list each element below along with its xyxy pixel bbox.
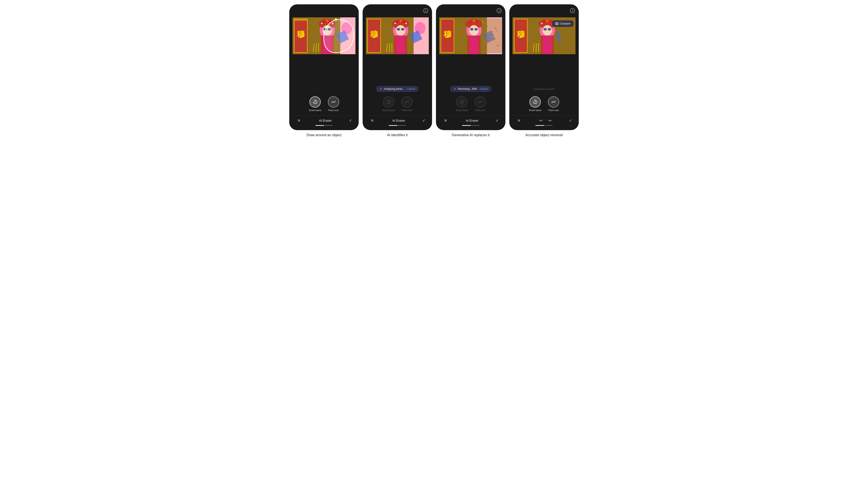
undo-icon-4[interactable]: ↩ [538,118,544,123]
svg-point-57 [470,28,473,31]
svg-rect-22 [294,19,307,21]
sparkle-icon-3: ✦ [454,87,456,91]
svg-point-35 [405,23,407,24]
progress-fill-3 [462,125,471,126]
svg-point-10 [321,23,322,24]
svg-text:穆: 穆 [443,30,452,39]
tool-buttons-4: Smart lasso Paint over [529,96,559,111]
progress-bar-2 [389,125,406,126]
svg-point-66 [489,32,490,33]
smart-lasso-btn-2[interactable]: Smart lasso [382,96,395,111]
caption-4: Accurate object removal [525,133,563,137]
svg-point-24 [315,101,315,102]
svg-text:穆: 穆 [517,30,525,39]
phone-col-2: i 穆 [363,4,432,137]
smart-lasso-btn-3[interactable]: Smart lasso [456,96,468,111]
smart-lasso-icon-4 [529,96,541,107]
status-pill-3: ✦ Removing...40% Cancel [450,86,491,92]
svg-rect-90 [543,36,552,54]
smart-lasso-icon-1 [309,96,321,107]
controls-area-3: ✦ Removing...40% Cancel [436,83,505,126]
progress-bar-3 [462,125,479,126]
progress-bar-4 [535,125,553,126]
svg-point-34 [395,23,396,24]
paint-over-label-1: Paint over [328,109,339,111]
info-icon-3[interactable]: i [497,8,501,13]
paint-over-icon-3 [474,96,486,107]
svg-point-84 [541,23,542,24]
phone-col-4: i 穆 [509,4,579,137]
generated-text-4: Generated by AndesGPT [533,88,555,90]
smart-lasso-label-3: Smart lasso [456,109,468,111]
status-pill-2: ✦ Analyzing photo... Cancel [376,86,419,92]
paint-over-btn-4[interactable]: Paint over [548,96,559,111]
check-icon-2[interactable]: ✓ [422,118,426,123]
check-icon-4[interactable]: ✓ [569,118,572,123]
check-icon-3[interactable]: ✓ [496,118,499,123]
phone-frame-4: i 穆 [509,4,579,130]
caption-1: Draw around an object [307,133,342,137]
close-icon-4[interactable]: ✕ [516,118,522,123]
info-icon-2[interactable]: i [423,8,428,13]
svg-rect-62 [482,19,502,53]
svg-point-55 [476,21,478,23]
phone-frame-3: i 穆 [436,4,505,130]
close-icon-1[interactable]: ✕ [296,118,302,123]
info-icon-4[interactable]: i [570,8,575,13]
svg-point-12 [322,25,332,36]
status-text-2: Analyzing photo... [384,88,404,91]
svg-point-11 [332,23,333,24]
redo-icon-4[interactable]: ↪ [547,118,553,123]
svg-point-88 [548,28,551,31]
photo-image-3: 穆 [438,18,503,54]
photo-area-2: 穆 [365,18,430,54]
svg-point-69 [497,45,499,46]
svg-rect-40 [396,36,405,54]
photo-area-4: 穆 [512,18,577,54]
svg-point-58 [474,28,478,31]
paint-over-icon-2 [401,96,412,107]
paint-over-btn-1[interactable]: Paint over [328,96,339,111]
close-icon-3[interactable]: ✕ [442,118,448,123]
controls-area-1: Smart lasso Paint over ✕ [289,92,359,126]
svg-point-36 [396,25,405,36]
tool-buttons-3: Smart lasso Paint over [456,96,486,111]
svg-point-81 [543,21,545,23]
close-icon-2[interactable]: ✕ [369,118,375,123]
phone-frame-1: 穆 [289,4,359,130]
compare-icon-4 [555,22,559,25]
tool-buttons-1: Smart lasso Paint over [309,96,339,111]
svg-point-8 [326,20,328,22]
svg-point-32 [400,20,402,22]
check-icon-1[interactable]: ✓ [349,118,352,123]
phone-frame-2: i 穆 [363,4,432,130]
cancel-btn-2[interactable]: Cancel [407,88,415,91]
paint-over-label-2: Paint over [401,109,412,111]
paint-over-btn-2[interactable]: Paint over [401,96,412,111]
svg-point-87 [544,28,547,31]
progress-bar-1 [315,125,333,126]
svg-point-67 [493,36,494,37]
smart-lasso-btn-1[interactable]: Smart lasso [309,96,321,111]
phone-col-1: 穆 [289,4,359,137]
progress-fill-4 [535,125,544,126]
tool-buttons-2: Smart lasso Paint over [382,96,412,111]
svg-point-63 [486,25,488,27]
bottom-bar-4: ✕ ↩ ↪ ✓ [512,116,577,124]
svg-point-38 [401,28,404,31]
svg-rect-16 [323,36,332,54]
svg-point-64 [491,22,492,23]
cancel-btn-3[interactable]: Cancel [479,88,488,91]
compare-btn-4[interactable]: Compare [552,21,574,27]
controls-area-4: Generated by AndesGPT Smart lasso [509,86,579,126]
controls-area-2: ✦ Analyzing photo... Cancel [363,83,432,126]
paint-over-btn-3[interactable]: Paint over [474,96,486,111]
ai-eraser-title-1: AI Eraser [302,119,349,122]
svg-rect-101 [555,23,557,25]
photo-image-2: 穆 [365,18,430,54]
smart-lasso-btn-4[interactable]: Smart lasso [529,96,541,111]
photo-area-1: 穆 [291,18,356,54]
paint-over-icon-4 [548,96,559,107]
svg-point-65 [495,27,496,29]
svg-point-9 [330,21,331,23]
